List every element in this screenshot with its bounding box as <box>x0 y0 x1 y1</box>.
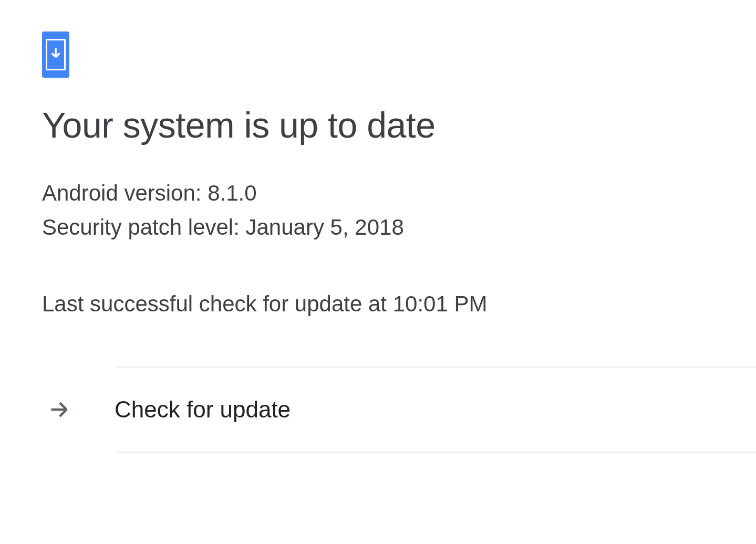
android-version-text: Android version: 8.1.0 <box>42 176 714 210</box>
check-for-update-button[interactable]: Check for update <box>42 368 756 452</box>
page-title: Your system is up to date <box>42 104 714 147</box>
check-update-label: Check for update <box>115 396 291 423</box>
last-check-text: Last successful check for update at 10:0… <box>42 291 714 317</box>
system-update-icon <box>42 32 714 78</box>
arrow-right-icon <box>46 397 71 422</box>
security-patch-text: Security patch level: January 5, 2018 <box>42 210 714 244</box>
